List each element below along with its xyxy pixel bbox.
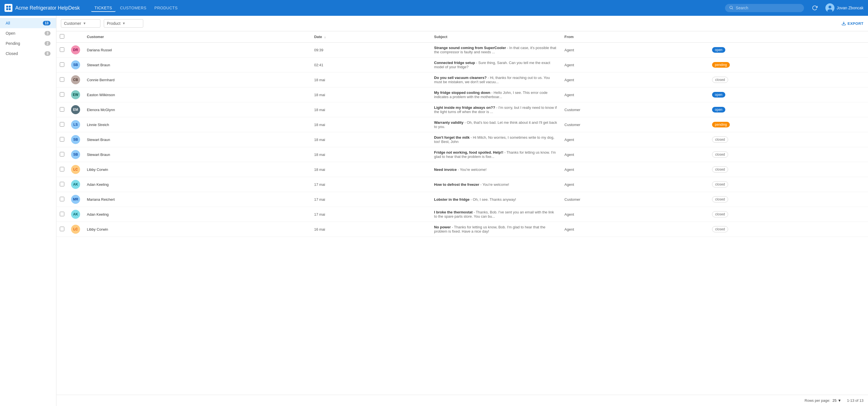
avatar: LS bbox=[71, 120, 80, 129]
svg-line-5 bbox=[732, 8, 733, 9]
row-checkbox-cell[interactable] bbox=[56, 222, 68, 237]
row-checkbox[interactable] bbox=[60, 167, 64, 171]
avatar: AK bbox=[71, 180, 80, 189]
row-checkbox[interactable] bbox=[60, 48, 64, 52]
table-row[interactable]: DR Dariana Russel 09:39 Strange sound co… bbox=[56, 42, 868, 58]
table-row[interactable]: LC Libby Corwin 16 mai No power - Thanks… bbox=[56, 222, 868, 237]
sidebar-item-open[interactable]: Open 3 bbox=[0, 28, 56, 38]
row-checkbox-cell[interactable] bbox=[56, 207, 68, 222]
row-status-cell: closed bbox=[709, 72, 868, 87]
subject-preview: - You're welcome! bbox=[480, 182, 509, 187]
search-bar[interactable] bbox=[725, 4, 804, 12]
row-customer: Dariana Russel bbox=[84, 42, 311, 58]
row-customer: Stewart Braun bbox=[84, 58, 311, 72]
select-all-header[interactable] bbox=[56, 31, 68, 42]
row-date: 17 mai bbox=[311, 192, 431, 207]
customer-filter-arrow: ▼ bbox=[83, 22, 86, 25]
nav-customers[interactable]: CUSTOMERS bbox=[117, 4, 150, 12]
row-checkbox-cell[interactable] bbox=[56, 177, 68, 192]
row-checkbox[interactable] bbox=[60, 122, 64, 127]
row-subject: No power - Thanks for letting us know, B… bbox=[431, 222, 561, 237]
row-customer: Stewart Braun bbox=[84, 132, 311, 147]
row-checkbox[interactable] bbox=[60, 92, 64, 97]
row-checkbox[interactable] bbox=[60, 62, 64, 67]
search-input[interactable] bbox=[736, 6, 792, 10]
date-header[interactable]: Date ↓ bbox=[311, 31, 431, 42]
row-from: Agent bbox=[561, 207, 709, 222]
subject-preview: - Oh, I see. Thanks anyway! bbox=[471, 197, 516, 201]
refresh-button[interactable] bbox=[811, 4, 819, 12]
status-badge: pending bbox=[712, 62, 730, 68]
row-subject: My fridge stopped cooling down - Hello J… bbox=[431, 87, 561, 102]
rows-arrow: ▼ bbox=[838, 398, 841, 403]
row-checkbox[interactable] bbox=[60, 152, 64, 156]
select-all-checkbox[interactable] bbox=[60, 34, 64, 39]
user-area[interactable]: Jovan Zboncak bbox=[826, 3, 864, 12]
status-badge: closed bbox=[712, 211, 728, 217]
row-checkbox-cell[interactable] bbox=[56, 117, 68, 132]
row-checkbox[interactable] bbox=[60, 212, 64, 216]
tickets-table-container: Customer Date ↓ Subject From DR Dariana … bbox=[56, 31, 868, 395]
avatar: LC bbox=[71, 165, 80, 174]
row-customer: Elenora McGlynn bbox=[84, 102, 311, 117]
row-checkbox-cell[interactable] bbox=[56, 162, 68, 177]
table-row[interactable]: MR Mariana Reichert 17 mai Lobster in th… bbox=[56, 192, 868, 207]
row-from: Agent bbox=[561, 162, 709, 177]
product-filter-label: Product bbox=[107, 21, 120, 26]
row-checkbox[interactable] bbox=[60, 197, 64, 201]
row-checkbox[interactable] bbox=[60, 77, 64, 82]
row-checkbox[interactable] bbox=[60, 227, 64, 231]
subject-title: How to defrost the freezer bbox=[434, 182, 479, 187]
svg-rect-2 bbox=[6, 8, 8, 10]
rows-value: 25 bbox=[833, 398, 836, 403]
row-checkbox-cell[interactable] bbox=[56, 132, 68, 147]
row-date: 18 mai bbox=[311, 72, 431, 87]
row-from: Agent bbox=[561, 222, 709, 237]
status-badge: pending bbox=[712, 122, 730, 127]
table-row[interactable]: LS Linnie Streich 18 mai Warranty validi… bbox=[56, 117, 868, 132]
table-row[interactable]: SB Stewart Braun 18 mai Fridge not worki… bbox=[56, 147, 868, 162]
row-checkbox-cell[interactable] bbox=[56, 102, 68, 117]
row-from: Agent bbox=[561, 42, 709, 58]
table-row[interactable]: AK Adan Keeling 17 mai How to defrost th… bbox=[56, 177, 868, 192]
table-row[interactable]: EM Elenora McGlynn 18 mai Light inside m… bbox=[56, 102, 868, 117]
tickets-table: Customer Date ↓ Subject From DR Dariana … bbox=[56, 31, 868, 237]
row-checkbox[interactable] bbox=[60, 107, 64, 112]
status-badge: open bbox=[712, 92, 725, 98]
customer-filter[interactable]: Customer ▼ bbox=[61, 19, 100, 28]
row-checkbox-cell[interactable] bbox=[56, 42, 68, 58]
row-checkbox[interactable] bbox=[60, 137, 64, 142]
table-row[interactable]: EW Easton Wilkinson 18 mai My fridge sto… bbox=[56, 87, 868, 102]
row-customer: Stewart Braun bbox=[84, 147, 311, 162]
subject-title: Do you sell vacuum cleaners? bbox=[434, 75, 487, 80]
row-checkbox[interactable] bbox=[60, 182, 64, 186]
sidebar-item-all[interactable]: All 13 bbox=[0, 18, 56, 28]
row-subject: Connected fridge setup - Sure thing, Sar… bbox=[431, 58, 561, 72]
row-customer: Adan Keeling bbox=[84, 207, 311, 222]
sidebar-item-pending[interactable]: Pending 2 bbox=[0, 38, 56, 49]
table-row[interactable]: LC Libby Corwin 18 mai Need invoice - Yo… bbox=[56, 162, 868, 177]
row-checkbox-cell[interactable] bbox=[56, 147, 68, 162]
sidebar-badge-pending: 2 bbox=[44, 41, 51, 46]
row-checkbox-cell[interactable] bbox=[56, 192, 68, 207]
product-filter[interactable]: Product ▼ bbox=[104, 19, 143, 28]
table-row[interactable]: SB Stewart Braun 18 mai Don't forget the… bbox=[56, 132, 868, 147]
row-avatar-cell: LS bbox=[68, 117, 84, 132]
nav-tickets[interactable]: TICKETS bbox=[91, 4, 116, 12]
table-row[interactable]: AK Adan Keeling 17 mai I broke the therm… bbox=[56, 207, 868, 222]
sidebar-item-closed[interactable]: Closed 8 bbox=[0, 49, 56, 59]
row-checkbox-cell[interactable] bbox=[56, 87, 68, 102]
row-checkbox-cell[interactable] bbox=[56, 58, 68, 72]
row-date: 09:39 bbox=[311, 42, 431, 58]
svg-rect-0 bbox=[6, 6, 8, 8]
avatar: AK bbox=[71, 210, 80, 219]
table-row[interactable]: SB Stewart Braun 02:41 Connected fridge … bbox=[56, 58, 868, 72]
row-avatar-cell: SB bbox=[68, 58, 84, 72]
export-button[interactable]: EXPORT bbox=[841, 21, 864, 26]
row-checkbox-cell[interactable] bbox=[56, 72, 68, 87]
product-filter-arrow: ▼ bbox=[122, 22, 125, 25]
rows-select[interactable]: 25 ▼ bbox=[833, 398, 841, 403]
nav-products[interactable]: PRODUCTS bbox=[151, 4, 181, 12]
row-date: 17 mai bbox=[311, 207, 431, 222]
table-row[interactable]: CB Connie Bernhard 18 mai Do you sell va… bbox=[56, 72, 868, 87]
